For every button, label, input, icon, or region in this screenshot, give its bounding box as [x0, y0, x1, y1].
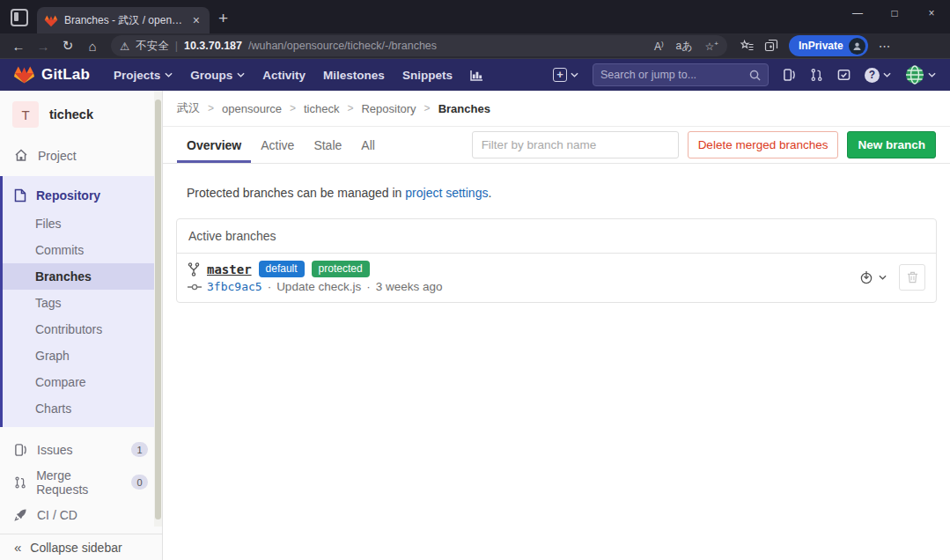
todos-nav-icon[interactable] — [837, 68, 851, 82]
new-branch-button[interactable]: New branch — [847, 131, 936, 158]
menu-projects[interactable]: Projects — [106, 63, 180, 87]
gitlab-wordmark: GitLab — [41, 66, 90, 84]
security-label[interactable]: 不安全 — [136, 39, 169, 54]
menu-snippets[interactable]: Snippets — [394, 63, 460, 87]
forward-icon[interactable]: → — [32, 39, 55, 54]
home-icon[interactable]: ⌂ — [81, 39, 104, 54]
chevron-down-icon — [237, 72, 245, 77]
sidebar-item-contributors[interactable]: Contributors — [3, 316, 162, 343]
merge-requests-nav-icon[interactable] — [810, 68, 823, 82]
commit-time: 3 weeks ago — [376, 280, 443, 293]
branch-name-link[interactable]: master — [207, 262, 252, 276]
dot-separator: · — [366, 280, 371, 293]
search-input[interactable] — [600, 69, 744, 81]
plus-icon: + — [553, 68, 567, 82]
analytics-chart-icon[interactable] — [462, 64, 491, 86]
gitlab-navbar-right: + ? — [553, 63, 936, 86]
collections-icon[interactable] — [764, 39, 778, 53]
menu-groups[interactable]: Groups — [182, 63, 253, 87]
document-icon — [14, 188, 26, 203]
tab-overview[interactable]: Overview — [177, 127, 251, 163]
collapse-sidebar-button[interactable]: « Collapse sidebar — [0, 534, 162, 560]
url-divider: | — [175, 40, 178, 52]
filter-branch-input[interactable] — [472, 131, 679, 158]
sidebar-item-branches[interactable]: Branches — [3, 263, 162, 290]
refresh-icon[interactable]: ↻ — [56, 38, 79, 54]
active-branches-card: Active branches master default protected… — [176, 218, 937, 303]
sidebar-item-project[interactable]: Project — [0, 142, 162, 169]
scrollbar-thumb[interactable] — [155, 99, 161, 519]
collapse-icon: « — [14, 540, 21, 555]
url-path: /wuhan/opensource/ticheck/-/branches — [248, 40, 437, 52]
favorites-icon[interactable] — [740, 39, 754, 53]
address-bar[interactable]: ⚠ 不安全 | 10.3.70.187 /wuhan/opensource/ti… — [111, 35, 727, 56]
chevron-down-icon — [883, 72, 891, 77]
sidebar-scrollbar[interactable] — [154, 91, 162, 527]
close-icon[interactable]: × — [913, 0, 950, 26]
breadcrumb-separator: > — [347, 102, 353, 114]
browser-tabstrip: Branches - 武汉 / opensource / t × + — □ × — [0, 0, 950, 33]
sidebar-item-merge-requests[interactable]: Merge Requests 0 — [0, 468, 162, 496]
help-icon: ? — [865, 68, 880, 83]
new-tab-button[interactable]: + — [218, 9, 228, 28]
breadcrumb-subgroup[interactable]: opensource — [222, 102, 282, 115]
browser-tab[interactable]: Branches - 武汉 / opensource / t × — [37, 7, 210, 33]
mr-count-badge: 0 — [131, 475, 148, 490]
sidebar-item-repository[interactable]: Repository — [3, 181, 162, 209]
tab-close-icon[interactable]: × — [190, 13, 203, 27]
delete-branch-button[interactable] — [899, 264, 925, 291]
help-dropdown[interactable]: ? — [865, 68, 891, 83]
tab-actions-icon[interactable] — [11, 9, 28, 26]
inprivate-badge[interactable]: InPrivate — [789, 35, 868, 56]
user-menu[interactable] — [905, 65, 936, 85]
project-header[interactable]: T ticheck — [0, 91, 162, 136]
tab-active[interactable]: Active — [251, 127, 304, 163]
sidebar-item-files[interactable]: Files — [3, 210, 162, 237]
sidebar-item-tags[interactable]: Tags — [3, 290, 162, 316]
protected-branches-notice: Protected branches can be managed in pro… — [177, 186, 936, 200]
menu-milestones[interactable]: Milestones — [315, 63, 393, 87]
rocket-icon — [14, 508, 27, 521]
breadcrumb-project[interactable]: ticheck — [304, 102, 339, 115]
sidebar-nav: Project Repository Files Commits Branche… — [0, 136, 162, 534]
minimize-icon[interactable]: — — [839, 0, 876, 26]
sidebar-item-graph[interactable]: Graph — [3, 343, 162, 369]
breadcrumb-group[interactable]: 武汉 — [177, 100, 200, 116]
back-icon[interactable]: ← — [7, 39, 30, 54]
new-dropdown[interactable]: + — [553, 68, 578, 82]
breadcrumb-current: Branches — [438, 102, 490, 115]
section-title: Active branches — [177, 219, 936, 254]
sidebar-item-compare[interactable]: Compare — [3, 369, 162, 395]
global-search[interactable] — [593, 63, 769, 86]
tab-all[interactable]: All — [351, 127, 385, 163]
delete-merged-branches-button[interactable]: Delete merged branches — [688, 131, 839, 158]
issues-nav-icon[interactable] — [783, 68, 796, 82]
url-host: 10.3.70.187 — [184, 40, 242, 52]
browser-window: Branches - 武汉 / opensource / t × + — □ ×… — [0, 0, 950, 560]
add-favorite-icon[interactable]: ☆+ — [705, 40, 718, 53]
gitlab-favicon — [44, 14, 58, 27]
menu-activity[interactable]: Activity — [254, 63, 313, 87]
sidebar-item-commits[interactable]: Commits — [3, 237, 162, 263]
issues-icon — [14, 443, 27, 457]
read-aloud-icon[interactable]: A) — [654, 40, 664, 53]
sidebar-item-charts[interactable]: Charts — [3, 395, 162, 422]
settings-more-icon[interactable]: ⋯ — [879, 39, 891, 53]
browser-toolbar: ← → ↻ ⌂ ⚠ 不安全 | 10.3.70.187 /wuhan/opens… — [0, 33, 950, 59]
gitlab-logo[interactable]: GitLab — [14, 65, 90, 85]
chevron-down-icon — [879, 275, 887, 280]
addressbar-tools: A) aあ ☆+ — [654, 39, 718, 54]
branch-row: master default protected 3fbc9ac5 · Upda… — [177, 254, 936, 302]
download-dropdown[interactable] — [859, 270, 887, 284]
sidebar-item-issues[interactable]: Issues 1 — [0, 436, 162, 463]
notice-suffix: . — [488, 186, 491, 200]
translate-icon[interactable]: aあ — [676, 39, 693, 54]
warning-icon: ⚠ — [120, 40, 129, 53]
breadcrumb-repository[interactable]: Repository — [361, 102, 416, 115]
sidebar-item-cicd[interactable]: CI / CD — [0, 501, 162, 528]
project-settings-link[interactable]: project settings — [405, 186, 488, 200]
commit-sha-link[interactable]: 3fbc9ac5 — [207, 280, 262, 293]
dot-separator: · — [268, 280, 272, 293]
tab-stale[interactable]: Stale — [304, 127, 351, 163]
maximize-icon[interactable]: □ — [876, 0, 913, 26]
